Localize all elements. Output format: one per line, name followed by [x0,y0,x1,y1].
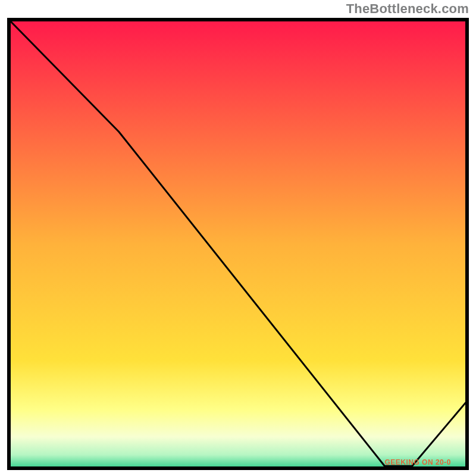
plot-area: GEEKING ON 20-0 [7,18,469,470]
annotation-label: GEEKING ON 20-0 [384,458,451,466]
chart-svg: GEEKING ON 20-0 [7,18,469,470]
watermark-text: TheBottleneck.com [346,1,469,17]
chart-background [9,20,467,468]
chart-container: TheBottleneck.com GEEKING ON 20-0 [0,0,476,476]
